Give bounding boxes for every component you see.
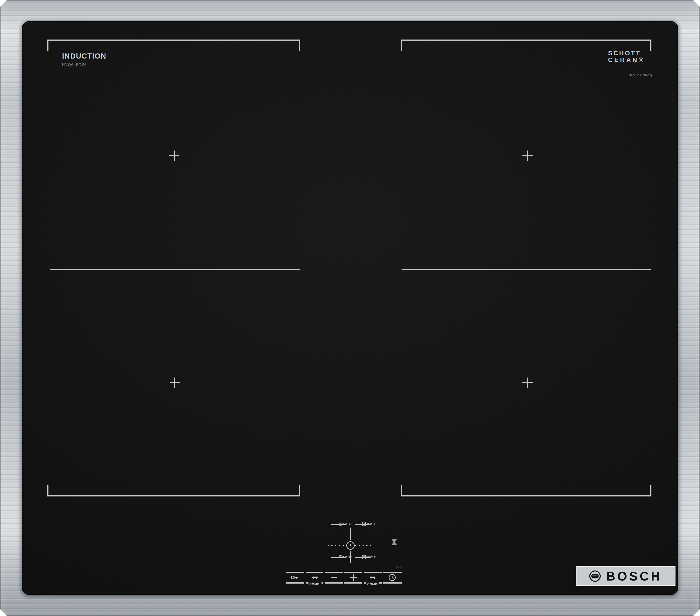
bosch-logo-text: BOSCH — [601, 569, 667, 583]
pan-icon — [339, 522, 342, 526]
product-branding: INDUCTION NVQ645CB6 — [62, 52, 107, 67]
clock-icon — [348, 543, 353, 548]
bosch-emblem-icon — [589, 570, 601, 582]
schott-subtext: Made in Germany — [629, 74, 662, 77]
schott-ceran-logo: SCHOTT CERAN® Made in Germany — [608, 50, 662, 77]
combi-label: COMBI — [309, 582, 322, 586]
key-icon — [291, 575, 300, 580]
pan-icon — [362, 522, 366, 526]
timer-button[interactable] — [383, 571, 401, 584]
schott-line2: CERAN® — [608, 56, 662, 64]
model-number: NVQ645CB6 — [62, 63, 107, 67]
ceramic-glass-surface: INDUCTION NVQ645CB6 SCHOTT CERAN® Made i… — [23, 22, 677, 594]
minutes-unit-label: min — [388, 565, 402, 569]
plus-icon — [350, 574, 357, 581]
zone-bar — [331, 557, 346, 558]
center-timer-button[interactable] — [346, 541, 355, 550]
schott-line1: SCHOTT — [608, 50, 662, 57]
induction-label: INDUCTION — [62, 52, 107, 60]
minus-icon — [330, 577, 337, 578]
cooking-zone-markings — [23, 22, 677, 594]
power-increase-button[interactable] — [345, 571, 363, 584]
combi-zone-right-button[interactable]: COMBI — [364, 571, 382, 584]
power-decrease-button[interactable] — [325, 571, 343, 584]
combi-label: COMBI — [366, 582, 379, 586]
child-lock-button[interactable] — [286, 571, 304, 584]
zone-bar — [355, 557, 370, 558]
bosch-badge: BOSCH — [577, 567, 675, 585]
induction-hob: INDUCTION NVQ645CB6 SCHOTT CERAN® Made i… — [0, 0, 700, 616]
timer-clock-icon — [388, 574, 396, 581]
combi-zone-left-button[interactable]: COMBI — [306, 571, 324, 584]
